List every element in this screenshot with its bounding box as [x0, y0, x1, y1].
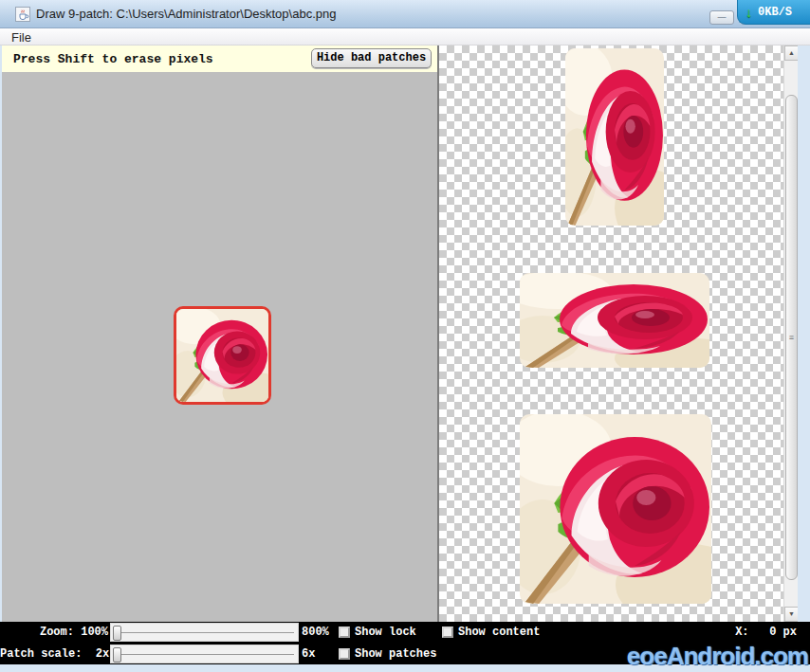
- patch-scale-label: Patch scale: 2x: [0, 647, 108, 661]
- minimize-button[interactable]: —: [709, 10, 734, 25]
- patch-scale-value: 2x: [96, 647, 109, 661]
- hint-text: Press Shift to erase pixels: [13, 52, 213, 66]
- patch-scale-slider-track[interactable]: [120, 654, 294, 655]
- zoom-max-label: 800%: [302, 626, 329, 639]
- preview-horizontal-stretch: [520, 273, 709, 368]
- scrollbar-grip-icon: ≡: [786, 332, 797, 343]
- zoom-label: Zoom: 100%: [0, 626, 108, 639]
- show-patches-checkbox[interactable]: [339, 648, 350, 660]
- scroll-down-icon[interactable]: ▼: [784, 607, 799, 622]
- preview-scrollbar[interactable]: ▲ ≡ ▼: [783, 45, 798, 622]
- window-right-border: [798, 45, 810, 622]
- preview-pane: [439, 45, 783, 622]
- zoom-slider-thumb[interactable]: [113, 626, 121, 641]
- patch-scale-slider[interactable]: [110, 645, 299, 663]
- patch-scale-slider-thumb[interactable]: [113, 647, 121, 663]
- show-lock-checkbox[interactable]: [339, 627, 350, 638]
- cursor-x-coordinate: X: 0 px: [702, 626, 797, 639]
- draw9patch-window: Draw 9-patch: C:\Users\Administrator\Des…: [0, 0, 810, 672]
- hide-bad-patches-button[interactable]: Hide bad patches: [311, 48, 432, 68]
- show-patches-label[interactable]: Show patches: [355, 647, 436, 661]
- scroll-up-icon[interactable]: ▲: [784, 45, 799, 61]
- patch-scale-max-label: 6x: [302, 647, 315, 661]
- statusbar: Zoom: 100% 800% Show lock Show content X…: [0, 622, 810, 664]
- zoom-slider-track[interactable]: [120, 632, 294, 633]
- show-content-label[interactable]: Show content: [458, 626, 540, 639]
- show-content-checkbox[interactable]: [442, 627, 453, 638]
- window-bottom-border: [0, 664, 810, 672]
- download-speed-text: 0KB/S: [758, 6, 792, 19]
- zoom-slider[interactable]: [110, 623, 299, 642]
- hint-banner: Press Shift to erase pixels Hide bad pat…: [2, 45, 437, 72]
- show-lock-label[interactable]: Show lock: [355, 626, 416, 639]
- patch-scale-label-text: Patch scale:: [0, 647, 82, 661]
- preview-both-stretch: [520, 414, 711, 604]
- download-arrow-icon: ↓: [746, 6, 752, 19]
- zoom-value: 100%: [81, 626, 108, 639]
- zoom-label-text: Zoom:: [40, 626, 74, 639]
- ninepatch-source-image[interactable]: [174, 306, 271, 405]
- window-title: Draw 9-patch: C:\Users\Administrator\Des…: [36, 7, 336, 21]
- preview-vertical-stretch: [565, 48, 664, 226]
- net-speed-overlay[interactable]: ↓ 0KB/S: [737, 0, 810, 25]
- x-value: 0 px: [769, 626, 797, 639]
- scrollbar-thumb[interactable]: ≡: [785, 95, 798, 580]
- titlebar[interactable]: Draw 9-patch: C:\Users\Administrator\Des…: [0, 0, 810, 28]
- x-label: X:: [735, 626, 748, 639]
- java-app-icon: [15, 7, 30, 22]
- menubar: File: [0, 28, 810, 45]
- menu-file[interactable]: File: [11, 29, 31, 45]
- editor-pane[interactable]: [2, 72, 437, 622]
